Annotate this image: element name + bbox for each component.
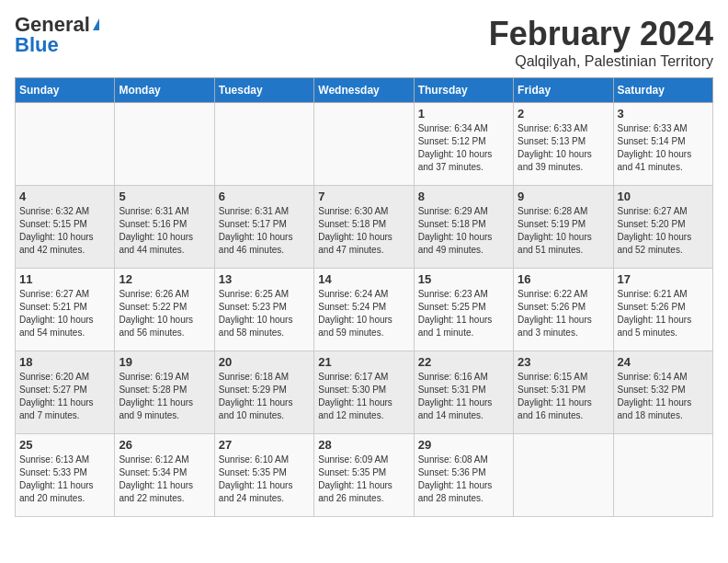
day-number: 15: [418, 272, 509, 286]
calendar-cell: 19Sunrise: 6:19 AM Sunset: 5:28 PM Dayli…: [115, 351, 214, 434]
calendar-table: SundayMondayTuesdayWednesdayThursdayFrid…: [15, 77, 713, 517]
day-number: 2: [518, 107, 609, 121]
weekday-header-wednesday: Wednesday: [314, 78, 414, 103]
day-number: 7: [318, 190, 409, 203]
day-detail: Sunrise: 6:20 AM Sunset: 5:27 PM Dayligh…: [19, 371, 110, 422]
day-number: 24: [618, 355, 709, 369]
calendar-cell: 4Sunrise: 6:32 AM Sunset: 5:15 PM Daylig…: [16, 186, 115, 269]
calendar-cell: 6Sunrise: 6:31 AM Sunset: 5:17 PM Daylig…: [214, 186, 313, 269]
day-detail: Sunrise: 6:21 AM Sunset: 5:26 PM Dayligh…: [618, 288, 709, 339]
day-number: 25: [19, 438, 110, 452]
calendar-cell: 18Sunrise: 6:20 AM Sunset: 5:27 PM Dayli…: [16, 351, 115, 434]
day-detail: Sunrise: 6:24 AM Sunset: 5:24 PM Dayligh…: [318, 288, 409, 339]
day-number: 19: [119, 355, 210, 369]
calendar-cell: 2Sunrise: 6:33 AM Sunset: 5:13 PM Daylig…: [514, 103, 613, 186]
calendar-cell: 26Sunrise: 6:12 AM Sunset: 5:34 PM Dayli…: [115, 434, 214, 517]
weekday-header-tuesday: Tuesday: [214, 78, 313, 103]
day-detail: Sunrise: 6:25 AM Sunset: 5:23 PM Dayligh…: [219, 288, 310, 339]
week-row-2: 4Sunrise: 6:32 AM Sunset: 5:15 PM Daylig…: [16, 186, 713, 269]
day-detail: Sunrise: 6:27 AM Sunset: 5:21 PM Dayligh…: [19, 288, 110, 339]
day-detail: Sunrise: 6:18 AM Sunset: 5:29 PM Dayligh…: [219, 371, 310, 422]
calendar-cell: 20Sunrise: 6:18 AM Sunset: 5:29 PM Dayli…: [214, 351, 313, 434]
day-number: 26: [119, 438, 210, 452]
day-number: 1: [418, 107, 509, 121]
day-number: 6: [219, 190, 310, 203]
day-number: 17: [618, 272, 709, 286]
day-number: 18: [19, 355, 110, 369]
day-number: 12: [119, 272, 210, 286]
day-number: 23: [518, 355, 609, 369]
calendar-cell: 11Sunrise: 6:27 AM Sunset: 5:21 PM Dayli…: [16, 269, 115, 351]
day-number: 4: [19, 190, 110, 203]
page-header: General Blue February 2024 Qalqilyah, Pa…: [15, 15, 713, 70]
weekday-header-thursday: Thursday: [414, 78, 513, 103]
day-detail: Sunrise: 6:19 AM Sunset: 5:28 PM Dayligh…: [119, 371, 210, 422]
day-detail: Sunrise: 6:12 AM Sunset: 5:34 PM Dayligh…: [119, 454, 210, 505]
calendar-cell: 1Sunrise: 6:34 AM Sunset: 5:12 PM Daylig…: [414, 103, 513, 186]
day-number: 11: [19, 272, 110, 286]
calendar-cell: 7Sunrise: 6:30 AM Sunset: 5:18 PM Daylig…: [314, 186, 414, 269]
day-detail: Sunrise: 6:13 AM Sunset: 5:33 PM Dayligh…: [19, 454, 110, 505]
week-row-4: 18Sunrise: 6:20 AM Sunset: 5:27 PM Dayli…: [16, 351, 713, 434]
day-detail: Sunrise: 6:09 AM Sunset: 5:35 PM Dayligh…: [318, 454, 409, 505]
day-number: 21: [318, 355, 409, 369]
calendar-cell: 16Sunrise: 6:22 AM Sunset: 5:26 PM Dayli…: [514, 269, 613, 351]
day-detail: Sunrise: 6:26 AM Sunset: 5:22 PM Dayligh…: [119, 288, 210, 339]
day-number: 29: [418, 438, 509, 452]
calendar-cell: 9Sunrise: 6:28 AM Sunset: 5:19 PM Daylig…: [514, 186, 613, 269]
day-number: 9: [518, 190, 609, 203]
day-detail: Sunrise: 6:31 AM Sunset: 5:17 PM Dayligh…: [219, 205, 310, 257]
logo-general-text: General: [15, 15, 90, 35]
calendar-cell: 5Sunrise: 6:31 AM Sunset: 5:16 PM Daylig…: [115, 186, 214, 269]
day-detail: Sunrise: 6:34 AM Sunset: 5:12 PM Dayligh…: [418, 122, 509, 174]
calendar-cell: 29Sunrise: 6:08 AM Sunset: 5:36 PM Dayli…: [414, 434, 513, 517]
calendar-cell: [514, 434, 613, 517]
calendar-cell: 12Sunrise: 6:26 AM Sunset: 5:22 PM Dayli…: [115, 269, 214, 351]
day-detail: Sunrise: 6:31 AM Sunset: 5:16 PM Dayligh…: [119, 205, 210, 257]
title-area: February 2024 Qalqilyah, Palestinian Ter…: [489, 15, 713, 70]
calendar-cell: 15Sunrise: 6:23 AM Sunset: 5:25 PM Dayli…: [414, 269, 513, 351]
day-detail: Sunrise: 6:16 AM Sunset: 5:31 PM Dayligh…: [418, 371, 509, 422]
calendar-cell: 8Sunrise: 6:29 AM Sunset: 5:18 PM Daylig…: [414, 186, 513, 269]
logo-blue-text: Blue: [15, 35, 59, 55]
calendar-body: 1Sunrise: 6:34 AM Sunset: 5:12 PM Daylig…: [16, 103, 713, 517]
calendar-cell: [115, 103, 214, 186]
day-detail: Sunrise: 6:17 AM Sunset: 5:30 PM Dayligh…: [318, 371, 409, 422]
day-detail: Sunrise: 6:33 AM Sunset: 5:13 PM Dayligh…: [518, 122, 609, 174]
day-detail: Sunrise: 6:27 AM Sunset: 5:20 PM Dayligh…: [618, 205, 709, 257]
day-number: 20: [219, 355, 310, 369]
calendar-cell: 25Sunrise: 6:13 AM Sunset: 5:33 PM Dayli…: [16, 434, 115, 517]
day-detail: Sunrise: 6:10 AM Sunset: 5:35 PM Dayligh…: [219, 454, 310, 505]
calendar-cell: 13Sunrise: 6:25 AM Sunset: 5:23 PM Dayli…: [214, 269, 313, 351]
weekday-header-monday: Monday: [115, 78, 214, 103]
calendar-cell: [314, 103, 414, 186]
calendar-cell: 23Sunrise: 6:15 AM Sunset: 5:31 PM Dayli…: [514, 351, 613, 434]
logo-triangle-icon: [93, 18, 99, 30]
calendar-cell: 24Sunrise: 6:14 AM Sunset: 5:32 PM Dayli…: [613, 351, 712, 434]
day-detail: Sunrise: 6:29 AM Sunset: 5:18 PM Dayligh…: [418, 205, 509, 257]
calendar-cell: 27Sunrise: 6:10 AM Sunset: 5:35 PM Dayli…: [214, 434, 313, 517]
week-row-3: 11Sunrise: 6:27 AM Sunset: 5:21 PM Dayli…: [16, 269, 713, 351]
calendar-cell: 10Sunrise: 6:27 AM Sunset: 5:20 PM Dayli…: [613, 186, 712, 269]
day-number: 10: [618, 190, 709, 203]
logo: General Blue: [15, 15, 99, 55]
day-number: 28: [318, 438, 409, 452]
calendar-cell: 28Sunrise: 6:09 AM Sunset: 5:35 PM Dayli…: [314, 434, 414, 517]
day-number: 5: [119, 190, 210, 203]
calendar-cell: [16, 103, 115, 186]
day-detail: Sunrise: 6:28 AM Sunset: 5:19 PM Dayligh…: [518, 205, 609, 257]
day-number: 3: [618, 107, 709, 121]
day-number: 8: [418, 190, 509, 203]
calendar-cell: 22Sunrise: 6:16 AM Sunset: 5:31 PM Dayli…: [414, 351, 513, 434]
weekday-header-row: SundayMondayTuesdayWednesdayThursdayFrid…: [16, 78, 713, 103]
location-title: Qalqilyah, Palestinian Territory: [489, 53, 713, 70]
week-row-5: 25Sunrise: 6:13 AM Sunset: 5:33 PM Dayli…: [16, 434, 713, 517]
calendar-cell: 3Sunrise: 6:33 AM Sunset: 5:14 PM Daylig…: [613, 103, 712, 186]
weekday-header-sunday: Sunday: [16, 78, 115, 103]
calendar-cell: 14Sunrise: 6:24 AM Sunset: 5:24 PM Dayli…: [314, 269, 414, 351]
day-number: 16: [518, 272, 609, 286]
month-title: February 2024: [489, 15, 713, 53]
day-detail: Sunrise: 6:14 AM Sunset: 5:32 PM Dayligh…: [618, 371, 709, 422]
day-detail: Sunrise: 6:33 AM Sunset: 5:14 PM Dayligh…: [618, 122, 709, 174]
calendar-cell: 21Sunrise: 6:17 AM Sunset: 5:30 PM Dayli…: [314, 351, 414, 434]
